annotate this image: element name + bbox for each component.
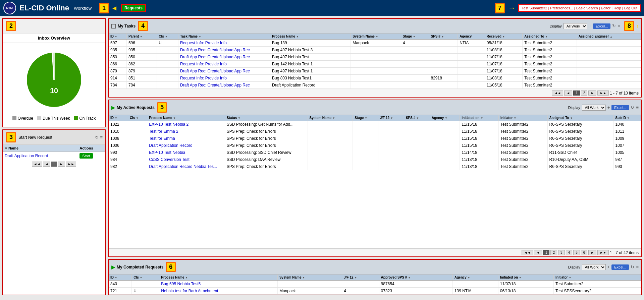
task-process: Bug 497 Nebbia Test 3 (270, 47, 351, 54)
th-systemname: System Name ▼ (351, 34, 401, 40)
tasks-row: 879 879 Draft App Rec: Create/Upload App… (109, 68, 641, 75)
pg-current: 1 (51, 162, 57, 167)
active-process-link[interactable]: Test for Emma 2 (149, 129, 178, 134)
active-status: SSD Processing: Get Nums for Add... (225, 121, 308, 128)
task-link[interactable]: Draft App Rec: Create/Upload App Rec (180, 83, 250, 87)
active-pg-6[interactable]: 6 (581, 250, 588, 255)
active-agency (430, 163, 460, 170)
active-pg-last[interactable]: ►► (597, 250, 609, 255)
pg-first[interactable]: ◄◄ (32, 162, 43, 167)
active-pg-first[interactable]: ◄◄ (522, 250, 533, 255)
active-pg-3[interactable]: 3 (558, 250, 565, 255)
th-cinitiator: Initiator ▼ (554, 275, 641, 281)
comp-process-link[interactable]: Nebbia test for Barb Attachment (161, 289, 218, 293)
active-table-scroll[interactable]: ID ▼ Cls ▼ Process Name ▼ Status ▼ Syste… (109, 115, 641, 248)
filter-received[interactable]: ▼ (502, 35, 505, 38)
active-pg-1[interactable]: 1 (543, 250, 550, 255)
task-cls (157, 61, 178, 68)
filter-process[interactable]: ▼ (296, 35, 299, 38)
completed-excel-btn[interactable]: Excel... (611, 264, 629, 270)
active-jf12 (378, 128, 404, 135)
sort-name-icon[interactable] (5, 147, 7, 149)
filter-id[interactable]: ▼ (115, 35, 117, 38)
tasks-add-btn[interactable]: + (589, 23, 592, 28)
task-system (351, 54, 401, 61)
filter-system[interactable]: ▼ (376, 35, 378, 38)
active-menu-btn[interactable]: ≡ (636, 105, 639, 110)
tasks-pg-1[interactable]: 1 (573, 91, 580, 96)
ontrack-dot (74, 116, 78, 120)
th-cagency: Agency ▼ (452, 275, 498, 281)
active-pg-next[interactable]: ► (588, 250, 596, 255)
comp-process-link[interactable]: Bug 595 Nebbia Test5 (161, 282, 201, 286)
draft-app-record-link[interactable]: Draft Application Record (5, 154, 48, 158)
active-process-link[interactable]: EXP-10 Test Nebbia 2 (149, 122, 189, 127)
active-process-link[interactable]: EXP-10 Test Nebbia (149, 150, 185, 155)
tasks-excel-btn[interactable]: Excel... (593, 23, 610, 29)
tasks-tbody: 597 596 U Request Info: Provide Info Bug… (109, 40, 641, 89)
active-display-select[interactable]: All Work (582, 105, 606, 111)
tasks-menu-btn[interactable]: ≡ (618, 23, 620, 28)
task-link[interactable]: Request Info: Provide Info (180, 62, 227, 66)
task-assigned: Test Submitter2 (523, 75, 577, 82)
snr-refresh-btn[interactable]: ↻ (95, 135, 99, 140)
active-refresh-btn[interactable]: ↻ (631, 105, 634, 110)
task-stage (401, 75, 429, 82)
comp-jf12: 4 (342, 288, 379, 295)
completed-display-select[interactable]: All Work (582, 264, 606, 270)
completed-add-btn[interactable]: + (607, 264, 610, 269)
tasks-refresh-btn[interactable]: ↻ (612, 23, 616, 28)
active-initiator: Test Submitter2 (499, 142, 548, 149)
task-link[interactable]: Request Info: Provide Info (180, 41, 227, 45)
active-process: CoSS Conversion Test (147, 156, 225, 163)
snr-row: Draft Application Record Start (3, 152, 105, 160)
filter-sps[interactable]: ▼ (441, 35, 444, 38)
comp-id: 721 (109, 288, 132, 295)
th-asystem: System Name ▼ (308, 115, 353, 121)
active-pg-prev[interactable]: ◄ (534, 250, 542, 255)
tasks-pg-last[interactable]: ►► (597, 91, 609, 96)
tasks-pg-first[interactable]: ◄◄ (552, 91, 563, 96)
th-csystem: System Name ▼ (277, 275, 342, 281)
requests-nav[interactable]: Requests (121, 4, 146, 12)
pg-next[interactable]: ► (58, 162, 65, 167)
tasks-pg-prev[interactable]: ◄ (564, 91, 572, 96)
task-agency (458, 47, 485, 54)
task-stage (401, 47, 429, 54)
active-process-link[interactable]: Test for Emma (149, 136, 175, 141)
filter-assignedto[interactable]: ▼ (545, 35, 548, 38)
filter-task[interactable]: ▼ (199, 35, 201, 38)
filter-cls[interactable]: ▼ (165, 35, 168, 38)
sort-engineer[interactable]: ▲ (610, 35, 612, 38)
tasks-pg-next[interactable]: ► (588, 91, 596, 96)
start-button[interactable]: Start (79, 153, 93, 159)
completed-menu-btn[interactable]: ≡ (636, 264, 639, 269)
active-add-btn[interactable]: + (607, 105, 610, 110)
nasa-logo: NTIA (3, 2, 16, 14)
completed-table-scroll[interactable]: ID ▼ Cls ▼ Process Name ▼ System Name ▼ … (109, 275, 641, 295)
completed-refresh-btn[interactable]: ↻ (631, 264, 634, 269)
active-pg-5[interactable]: 5 (573, 250, 580, 255)
active-process-link[interactable]: CoSS Conversion Test (149, 157, 190, 162)
user-nav[interactable]: Test Submitter2 | Preferences... | Basic… (518, 4, 641, 12)
tasks-row: 935 935 Draft App Rec: Create/Upload App… (109, 47, 641, 54)
active-process-link[interactable]: Draft Application Record (149, 143, 192, 148)
tasks-display-select[interactable]: All Work (564, 23, 587, 29)
task-link[interactable]: Request Info: Provide Info (180, 76, 227, 80)
active-process-link[interactable]: Draft Application Record Nebbia Tes... (149, 164, 217, 169)
task-link[interactable]: Draft App Rec: Create/Upload App Rec (180, 55, 250, 59)
task-link[interactable]: Draft App Rec: Create/Upload App Rec (180, 48, 250, 52)
task-link[interactable]: Draft App Rec: Create/Upload App Rec (180, 69, 250, 73)
tasks-pg-2[interactable]: 2 (581, 91, 588, 96)
pg-prev[interactable]: ◄ (43, 162, 50, 167)
active-pg-2[interactable]: 2 (550, 250, 557, 255)
task-name: Draft App Rec: Create/Upload App Rec (178, 82, 270, 89)
tasks-table-scroll[interactable]: ID ▼ Parent ▼ Cls ▼ Task Name ▼ Process … (109, 34, 641, 89)
snr-menu-btn[interactable]: ≡ (100, 135, 103, 140)
pg-last[interactable]: ►► (66, 162, 76, 167)
active-subid: 1005 (613, 149, 641, 156)
filter-stage[interactable]: ▼ (413, 35, 416, 38)
active-excel-btn[interactable]: Excel... (611, 105, 629, 110)
active-pg-4[interactable]: 4 (566, 250, 573, 255)
filter-parent[interactable]: ▼ (140, 35, 143, 38)
